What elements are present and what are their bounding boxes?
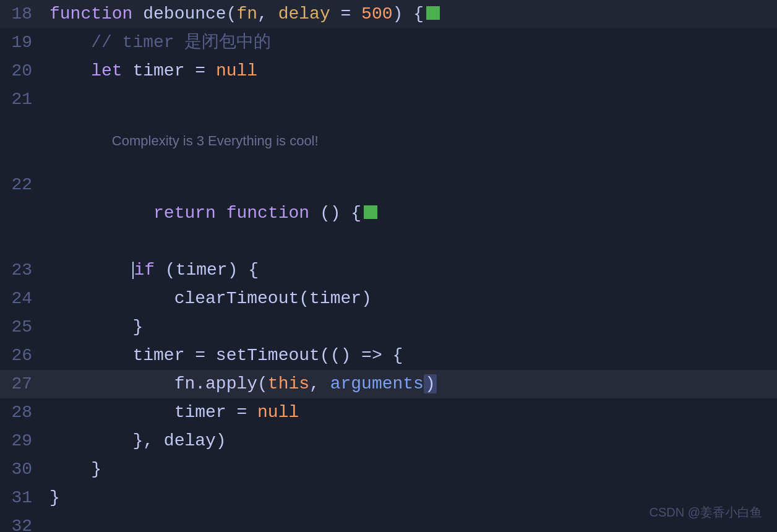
line-content-30: } bbox=[45, 455, 777, 484]
line-content-19: // timer 是闭包中的 bbox=[45, 28, 777, 57]
green-block-22 bbox=[364, 205, 377, 219]
line-content-24: clearTimeout(timer) bbox=[45, 285, 777, 313]
code-line-28: 28 timer = null bbox=[0, 398, 777, 427]
line-number-21: 21 bbox=[0, 85, 45, 114]
line-number-27: 27 bbox=[0, 370, 45, 398]
line-number-25: 25 bbox=[0, 313, 45, 341]
code-line-20: 20 let timer = null bbox=[0, 57, 777, 85]
line-number-23: 23 bbox=[0, 256, 45, 285]
code-line-24: 24 clearTimeout(timer) bbox=[0, 285, 777, 313]
line-number-32: 32 bbox=[0, 512, 45, 532]
line-number-28: 28 bbox=[0, 398, 45, 427]
line-content-25: } bbox=[45, 313, 777, 341]
line-content-22: Complexity is 3 Everything is cool! retu… bbox=[45, 114, 777, 256]
complexity-hint: Complexity is 3 Everything is cool! bbox=[112, 127, 319, 155]
line-number-19: 19 bbox=[0, 28, 45, 57]
line-number-26: 26 bbox=[0, 341, 45, 370]
line-content-27: fn.apply(this, arguments) bbox=[45, 370, 777, 398]
code-line-30: 30 } bbox=[0, 455, 777, 484]
line-content-18: function debounce(fn, delay = 500) { bbox=[45, 0, 777, 28]
code-line-21: 21 bbox=[0, 85, 777, 114]
line-number-30: 30 bbox=[0, 455, 45, 484]
line-content-26: timer = setTimeout(() => { bbox=[45, 341, 777, 370]
code-line-25: 25 } bbox=[0, 313, 777, 341]
line-number-31: 31 bbox=[0, 484, 45, 512]
code-line-27: 27 fn.apply(this, arguments) bbox=[0, 370, 777, 398]
line-content-28: timer = null bbox=[45, 398, 777, 427]
green-block-18 bbox=[426, 6, 440, 20]
line-content-23: if (timer) { bbox=[45, 256, 777, 285]
code-line-23: 23 if (timer) { bbox=[0, 256, 777, 285]
code-editor: 18 function debounce(fn, delay = 500) { … bbox=[0, 0, 777, 532]
code-line-22: 22 Complexity is 3 Everything is cool! r… bbox=[0, 114, 777, 256]
line-content-20: let timer = null bbox=[45, 57, 777, 85]
code-line-29: 29 }, delay) bbox=[0, 427, 777, 455]
line-number-20: 20 bbox=[0, 57, 45, 85]
code-line-18: 18 function debounce(fn, delay = 500) { bbox=[0, 0, 777, 28]
line-number-22: 22 bbox=[0, 171, 45, 199]
code-line-19: 19 // timer 是闭包中的 bbox=[0, 28, 777, 57]
keyword-function: function bbox=[49, 4, 132, 24]
watermark: CSDN @姜香小白鱼 bbox=[649, 504, 762, 521]
line-content-29: }, delay) bbox=[45, 427, 777, 455]
line-number-29: 29 bbox=[0, 427, 45, 455]
line-number-18: 18 bbox=[0, 0, 45, 28]
line-number-24: 24 bbox=[0, 285, 45, 313]
line-content-21 bbox=[45, 85, 777, 114]
code-line-26: 26 timer = setTimeout(() => { bbox=[0, 341, 777, 370]
